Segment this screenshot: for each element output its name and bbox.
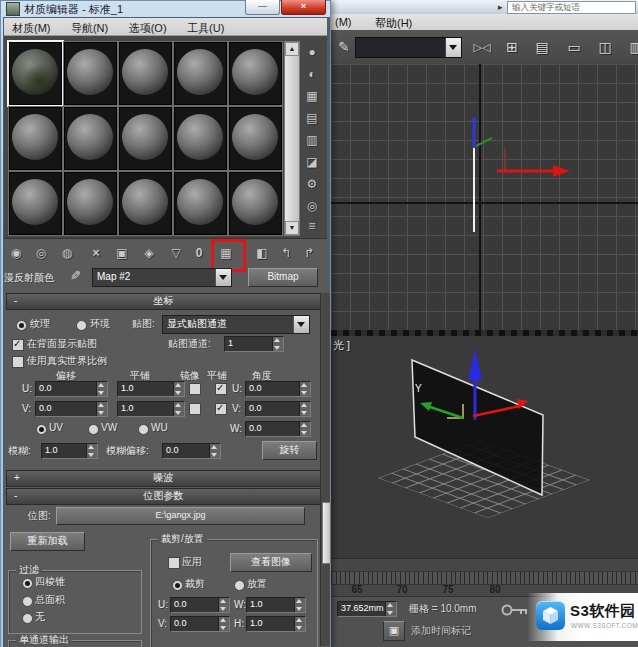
map-channel-field[interactable]: 1 [224,336,284,352]
get-material-icon[interactable]: ◉ [6,243,26,263]
viewport-label[interactable]: 光 ] [333,338,350,353]
backlight-icon[interactable]: ◐ [302,64,322,84]
spinner[interactable] [294,598,305,612]
rotate-button[interactable]: 旋转 [262,441,317,460]
selection-set-combo[interactable] [355,37,462,58]
u-tile-checkbox[interactable] [215,383,227,395]
filter-summed-area-radio[interactable] [22,596,33,607]
material-name-dropdown[interactable]: Map #2 [92,268,232,287]
spinner[interactable] [173,402,184,416]
crop-radio[interactable] [172,580,183,591]
material-sample-slot[interactable] [63,41,118,106]
parameters-scrollbar[interactable] [320,293,330,646]
search-flyout-arrow-icon[interactable]: ▸ [498,2,503,12]
w-angle-field[interactable]: 0.0 [245,421,311,437]
eyedropper-icon[interactable]: ✎ [70,268,81,283]
material-sample-slot[interactable] [173,106,228,171]
combo-arrow-icon[interactable] [445,38,461,57]
spinner[interactable] [96,402,107,416]
map-channel-spinner[interactable] [272,337,283,351]
environment-radio[interactable] [76,320,87,331]
spinner[interactable] [299,382,310,396]
slots-scrollbar[interactable]: ▲ ▼ [284,41,300,236]
add-time-tag[interactable]: 添加时间标记 [411,625,471,637]
blur-field[interactable]: 1.0 [41,443,98,459]
menu-help[interactable]: 帮助(H) [375,16,412,31]
make-unique-icon[interactable]: ◈ [139,243,159,263]
menu-options[interactable]: 选项(O) [121,19,175,36]
show-map-in-viewport-icon[interactable]: ▦ [216,243,236,263]
spinner[interactable] [173,382,184,396]
u-tiling-field[interactable]: 1.0 [117,381,185,397]
mapping-dropdown[interactable]: 显式贴图通道 [162,315,310,334]
rollout-bitmap-parameters[interactable]: - 位图参数 [6,488,321,505]
align-icon[interactable]: ⊞ [499,34,525,60]
filter-pyramidal-radio[interactable] [22,578,33,589]
dropdown-arrow-icon[interactable] [215,269,231,286]
uv-radio[interactable] [36,424,47,435]
menu-material[interactable]: 材质(M) [4,19,59,36]
v-offset-field[interactable]: 0.0 [35,401,108,417]
material-sample-slot[interactable] [118,171,173,236]
menu-utilities[interactable]: 工具(U) [179,19,232,36]
spinner[interactable] [86,444,97,458]
coordinate-spinner[interactable] [385,602,396,616]
material-sample-slot[interactable] [7,40,64,107]
dropdown-arrow-icon[interactable] [293,316,309,333]
scrollbar-thumb[interactable] [322,502,331,564]
close-button[interactable]: × [281,0,326,15]
material-sample-slot[interactable] [63,106,118,171]
viewport-perspective[interactable]: 光 ] Y [331,336,638,558]
make-material-copy-icon[interactable]: ▣ [112,243,132,263]
crop-u-field[interactable]: 0.0 [170,597,230,613]
map-type-button[interactable]: Bitmap [248,268,318,287]
material-map-navigator-icon[interactable]: ≡ [302,216,322,236]
scroll-up-icon[interactable]: ▲ [285,42,299,56]
sample-uv-tiling-icon[interactable]: ▤ [302,108,322,128]
material-sample-slot[interactable] [173,171,228,236]
place-radio[interactable] [234,580,245,591]
spinner[interactable] [294,617,305,631]
spinner[interactable] [299,402,310,416]
v-tiling-field[interactable]: 1.0 [117,401,185,417]
u-angle-field[interactable]: 0.0 [245,381,311,397]
crop-v-field[interactable]: 0.0 [170,616,230,632]
material-sample-slot[interactable] [8,171,63,236]
mirror-icon[interactable]: ▷◁ [469,34,495,60]
rollout-coordinates[interactable]: - 坐标 [6,293,321,310]
spinner[interactable] [209,444,220,458]
spinner[interactable] [218,598,229,612]
spinner[interactable] [299,422,310,436]
layer-manager-icon[interactable]: ▤ [529,34,555,60]
material-id-channel-icon[interactable]: 0 [189,243,209,263]
menu-navigation[interactable]: 导航(N) [63,19,116,36]
material-sample-slot[interactable] [63,171,118,236]
view-image-button[interactable]: 查看图像 [230,553,312,572]
v-mirror-checkbox[interactable] [189,403,201,415]
timeline-ruler[interactable] [331,571,638,585]
wu-radio[interactable] [138,424,149,435]
key-icon[interactable] [501,604,529,617]
schematic-view-icon[interactable]: ◫ [592,34,618,60]
make-preview-icon[interactable]: ◪ [302,152,322,172]
v-angle-field[interactable]: 0.0 [245,401,311,417]
material-sample-slot[interactable] [228,106,283,171]
curve-editor-icon[interactable]: ▭ [561,34,587,60]
material-sample-slot[interactable] [228,41,283,106]
go-forward-to-sibling-icon[interactable]: ↱ [299,243,319,263]
material-sample-slot[interactable] [118,41,173,106]
spinner[interactable] [218,617,229,631]
video-color-check-icon[interactable]: ▥ [302,130,322,150]
assign-material-to-selection-icon[interactable]: ◍ [57,243,77,263]
select-by-material-icon[interactable]: ◎ [302,196,322,216]
filter-none-radio[interactable] [22,613,33,624]
vw-radio[interactable] [88,424,99,435]
put-to-library-icon[interactable]: ▽ [166,243,186,263]
background-icon[interactable]: ▦ [302,86,322,106]
material-sample-slot[interactable] [118,106,173,171]
reload-button[interactable]: 重新加载 [10,532,85,551]
options-icon[interactable]: ⚙ [302,174,322,194]
track-bar[interactable]: 65 70 75 80 [331,558,638,597]
spinner[interactable] [96,382,107,396]
minimize-button[interactable]: — [245,0,280,15]
